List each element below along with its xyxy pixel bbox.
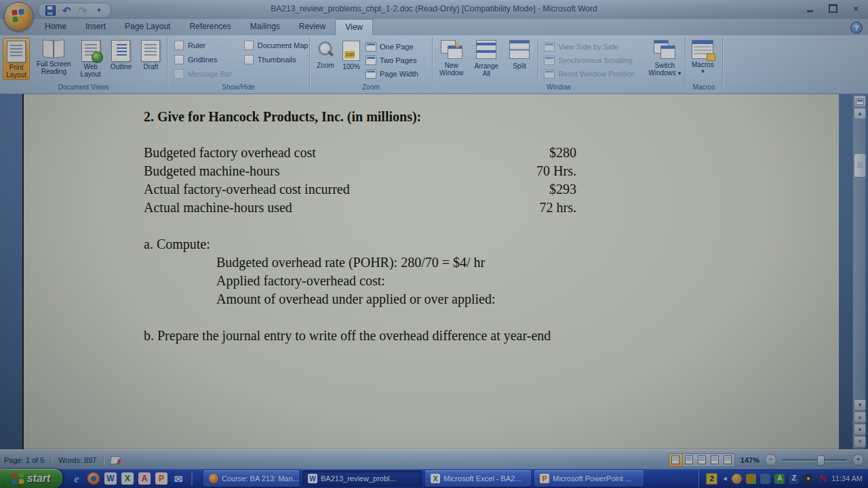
status-print-layout-button[interactable] [669, 454, 683, 466]
doc-compute-line: Applied factory-overhead cost: [216, 273, 385, 289]
proofing-errors-icon[interactable] [111, 455, 121, 464]
split-button[interactable]: Split [507, 38, 532, 70]
desktop: ↶ ↷ ▾ BA213_review_problems_chpt_1-2.doc… [0, 0, 868, 488]
tray-key-icon[interactable] [760, 474, 770, 484]
outlook-express-icon[interactable]: ✉ [172, 472, 184, 485]
full-screen-reading-icon [43, 40, 64, 58]
page-width-button[interactable]: Page Width [366, 69, 418, 79]
ruler-toggle-icon [856, 98, 864, 105]
outline-icon [111, 40, 130, 62]
new-window-icon: ✦ [441, 40, 462, 59]
view-shortcuts [669, 453, 735, 467]
scroll-up-button[interactable]: ▲ [854, 108, 866, 119]
arrange-all-button[interactable]: Arrange All [472, 38, 502, 78]
tab-home[interactable]: Home [35, 19, 76, 35]
scroll-down-button[interactable]: ▼ [854, 399, 866, 411]
draft-button[interactable]: Draft [138, 38, 163, 71]
doc-heading: 2. Give for Hancock Products, Inc. (in m… [144, 109, 421, 125]
print-layout-icon [7, 41, 26, 62]
excel-icon[interactable]: X [121, 472, 134, 485]
doc-table: Budgeted factory overhead cost $280 Budg… [144, 145, 576, 218]
zoom-level[interactable]: 147% [741, 456, 760, 464]
office-button[interactable] [4, 2, 33, 31]
outline-button[interactable]: Outline [108, 38, 135, 71]
status-web-layout-button[interactable] [696, 454, 709, 466]
restore-button[interactable] [826, 3, 840, 14]
tray-badge[interactable]: 2 [706, 473, 717, 485]
internet-explorer-icon[interactable]: e [71, 472, 83, 485]
checkbox-icon [174, 55, 184, 64]
tab-page-layout[interactable]: Page Layout [115, 19, 180, 35]
taskbar-button-word[interactable]: W BA213_review_probl... [302, 470, 422, 487]
zoom-slider-thumb[interactable] [817, 455, 825, 466]
full-screen-reading-button[interactable]: Full Screen Reading [34, 38, 74, 76]
table-row: Budgeted factory overhead cost $280 [144, 145, 576, 163]
document-map-checkbox[interactable]: Document Map [244, 41, 309, 50]
switch-windows-button[interactable]: Switch Windows ▾ [646, 38, 684, 77]
previous-page-button[interactable]: ▲ [854, 411, 866, 423]
taskbar-button-excel[interactable]: X Microsoft Excel - BA2... [425, 470, 531, 487]
thumbnails-checkbox[interactable]: Thumbnails [244, 55, 309, 64]
status-draft-button[interactable] [722, 454, 734, 466]
taskbar-button-powerpoint[interactable]: P Microsoft PowerPoint ... [534, 470, 644, 487]
one-page-button[interactable]: One Page [366, 42, 418, 52]
tab-review[interactable]: Review [290, 19, 335, 35]
firefox-icon[interactable] [87, 472, 100, 485]
select-browse-object-button[interactable]: ● [854, 424, 866, 435]
arrange-all-icon [476, 40, 496, 59]
word-count[interactable]: Words: 897 [58, 456, 96, 464]
tray-shield-icon[interactable] [746, 474, 756, 484]
clock[interactable]: 11:34 AM [831, 474, 863, 483]
ruler-toggle-button[interactable] [854, 96, 866, 107]
document-page[interactable]: 2. Give for Hancock Products, Inc. (in m… [22, 94, 839, 449]
gridlines-checkbox[interactable]: Gridlines [174, 55, 232, 64]
browse-object-icon: ● [859, 426, 862, 432]
excel-icon: X [431, 474, 440, 483]
tab-view[interactable]: View [335, 19, 373, 35]
group-zoom: Zoom 100% One Page Two Pages [310, 37, 433, 92]
two-pages-button[interactable]: Two Pages [366, 56, 418, 65]
zoom-in-button[interactable]: + [852, 454, 864, 466]
status-full-screen-button[interactable] [683, 454, 696, 466]
tab-mailings[interactable]: Mailings [241, 19, 290, 35]
zoom-button[interactable]: Zoom [314, 39, 337, 70]
tray-chevron-icon[interactable]: ◄ [722, 476, 728, 482]
divider [191, 471, 193, 486]
print-layout-button[interactable]: Print Layout [3, 38, 30, 80]
reset-window-position-button: Reset Window Position [544, 69, 635, 79]
tray-audio-icon[interactable] [803, 474, 813, 484]
help-icon[interactable]: ? [850, 22, 863, 34]
tray-update-icon[interactable] [732, 474, 742, 484]
macros-button[interactable]: Macros ▾ [689, 38, 717, 75]
tab-insert[interactable]: Insert [76, 19, 115, 35]
powerpoint-icon[interactable]: P [155, 472, 167, 485]
ruler-checkbox[interactable]: Ruler [174, 41, 232, 50]
page-indicator[interactable]: Page: 1 of 5 [4, 456, 44, 464]
tray-antivirus-icon[interactable]: A [774, 474, 785, 484]
tray-zonealarm-icon[interactable]: Z [789, 474, 799, 484]
tab-references[interactable]: References [180, 19, 240, 35]
print-layout-icon [671, 455, 679, 464]
close-button[interactable]: × [849, 3, 863, 14]
zoom-slider[interactable] [782, 459, 847, 461]
taskbar-button-firefox[interactable]: Course: BA 213: Man... [203, 470, 299, 487]
ribbon-tabs: Home Insert Page Layout References Maili… [35, 19, 373, 35]
start-button[interactable]: start [0, 469, 62, 488]
zoom-100-button[interactable]: 100% [340, 39, 363, 71]
tray-netscape-icon[interactable]: N [817, 474, 827, 484]
word-icon[interactable]: W [104, 472, 117, 485]
access-icon[interactable]: A [138, 472, 151, 485]
new-window-button[interactable]: ✦ New Window [437, 38, 467, 77]
status-outline-button[interactable] [709, 454, 722, 466]
vertical-scrollbar[interactable]: ▲ ▼ ▲ ● ▼ [852, 95, 865, 449]
zoom-out-button[interactable]: − [765, 454, 776, 466]
checkbox-icon [244, 41, 254, 50]
two-pages-icon [366, 56, 376, 65]
scrollbar-thumb[interactable] [854, 153, 866, 178]
minimize-button[interactable] [803, 3, 816, 14]
next-page-button[interactable]: ▼ [854, 436, 866, 447]
web-layout-button[interactable]: Web Layout [78, 38, 104, 79]
view-side-by-side-icon [544, 42, 555, 52]
restore-icon [829, 4, 837, 13]
full-screen-reading-icon [685, 455, 693, 464]
